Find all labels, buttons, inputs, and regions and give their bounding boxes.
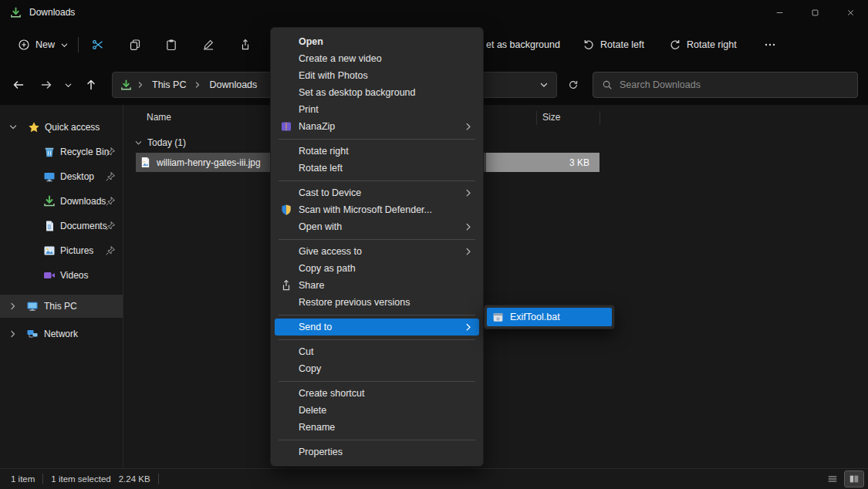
recycle-bin-icon	[43, 146, 56, 158]
tree-chevron-right-icon[interactable]	[8, 329, 18, 339]
menu-item-label: Create a new video	[299, 53, 382, 64]
set-as-background-button[interactable]: et as background	[486, 32, 560, 57]
column-header-size[interactable]: Size	[542, 112, 560, 123]
column-divider[interactable]	[599, 111, 600, 125]
menu-item-label: Rotate left	[299, 163, 343, 174]
column-divider[interactable]	[536, 111, 537, 125]
maximize-button[interactable]	[797, 0, 833, 25]
menu-separator	[279, 381, 475, 382]
menu-separator	[279, 180, 475, 181]
menu-item-create-a-new-video[interactable]: Create a new video	[275, 50, 479, 67]
menu-item-label: Copy	[299, 363, 321, 374]
submenu-chevron-icon	[464, 247, 473, 256]
search-input[interactable]	[620, 79, 849, 90]
sidebar-item-desktop[interactable]: Desktop	[0, 165, 123, 188]
sidebar-item-this-pc[interactable]: This PC	[0, 295, 123, 318]
rotate-left-icon	[583, 39, 595, 51]
sidebar-item-label: Quick access	[45, 122, 100, 133]
sidebar-item-label: Network	[44, 329, 78, 339]
more-options-button[interactable]	[755, 32, 785, 57]
list-view-button[interactable]	[823, 471, 842, 487]
selection-summary: 1 item selected	[51, 474, 110, 484]
menu-item-create-shortcut[interactable]: Create shortcut	[275, 385, 479, 402]
breadcrumb-downloads[interactable]: Downloads	[206, 79, 260, 90]
pin-icon	[105, 196, 116, 207]
new-button[interactable]: New	[11, 32, 76, 57]
breadcrumb-this-pc[interactable]: This PC	[149, 79, 189, 90]
menu-item-print[interactable]: Print	[275, 101, 479, 118]
menu-item-scan-with-microsoft-defender[interactable]: Scan with Microsoft Defender...	[275, 201, 479, 218]
menu-item-label: Create shortcut	[299, 388, 364, 399]
recent-locations-button[interactable]	[59, 73, 77, 97]
minimize-button[interactable]	[762, 0, 797, 25]
rotate-right-button[interactable]: Rotate right	[662, 32, 744, 57]
up-button[interactable]	[79, 73, 103, 97]
tree-chevron-down-icon[interactable]	[8, 123, 18, 132]
share-icon	[239, 39, 252, 51]
address-dropdown-icon[interactable]	[539, 80, 549, 89]
menu-item-label: ExifTool.bat	[510, 312, 560, 322]
sidebar-item-documents[interactable]: Documents	[0, 214, 123, 238]
sidebar-item-pictures[interactable]: Pictures	[0, 239, 123, 262]
menu-item-rotate-right[interactable]: Rotate right	[275, 143, 479, 160]
refresh-button[interactable]	[561, 73, 586, 97]
cut-button[interactable]	[83, 32, 113, 57]
menu-item-cut[interactable]: Cut	[275, 343, 479, 360]
sidebar-item-quick-access[interactable]: Quick access	[0, 116, 123, 139]
menu-item-share[interactable]: Share	[275, 277, 479, 294]
paste-button[interactable]	[156, 32, 187, 57]
forward-button[interactable]	[34, 73, 59, 97]
menu-item-properties[interactable]: Properties	[275, 443, 479, 460]
send-to-submenu: ExifTool.bat	[484, 305, 615, 329]
sidebar-item-downloads[interactable]: Downloads	[0, 190, 123, 213]
back-button[interactable]	[6, 73, 31, 97]
share-button[interactable]	[230, 32, 261, 57]
menu-item-label: Properties	[299, 447, 343, 457]
tree-chevron-right-icon[interactable]	[8, 302, 18, 311]
column-header-name[interactable]: Name	[147, 112, 171, 123]
menu-item-nanazip[interactable]: NanaZip	[275, 118, 479, 135]
menu-item-delete[interactable]: Delete	[275, 402, 479, 419]
pin-icon	[105, 171, 116, 182]
menu-item-open[interactable]: Open	[275, 33, 479, 50]
file-size-cell: 3 KB	[486, 153, 599, 172]
copy-button[interactable]	[120, 32, 150, 57]
menu-item-open-with[interactable]: Open with	[275, 218, 479, 235]
menu-item-rename[interactable]: Rename	[275, 419, 479, 436]
back-arrow-icon	[12, 79, 25, 91]
pin-icon	[105, 147, 116, 157]
menu-item-send-to[interactable]: Send to	[275, 319, 479, 336]
menu-item-restore-previous-versions[interactable]: Restore previous versions	[275, 294, 479, 311]
menu-item-set-as-desktop-background[interactable]: Set as desktop background	[275, 84, 479, 101]
file-row-william-henry-gates-iii-jpg[interactable]: william-henry-gates-iii.jpg3 KB	[123, 153, 868, 172]
menu-item-exiftool-bat[interactable]: ExifTool.bat	[487, 308, 612, 326]
menu-item-cast-to-device[interactable]: Cast to Device	[275, 184, 479, 201]
menu-item-copy-as-path[interactable]: Copy as path	[275, 260, 479, 277]
sidebar-item-network[interactable]: Network	[0, 322, 123, 346]
scissors-icon	[92, 39, 104, 51]
menu-item-label: Print	[299, 104, 319, 115]
menu-item-rotate-left[interactable]: Rotate left	[275, 160, 479, 177]
menu-item-label: Give access to	[299, 246, 362, 257]
menu-item-edit-with-photos[interactable]: Edit with Photos	[275, 67, 479, 84]
sidebar: Quick accessRecycle BinDesktopDownloadsD…	[0, 105, 123, 468]
large-icons-view-button[interactable]	[845, 471, 863, 487]
forward-arrow-icon	[40, 79, 52, 91]
menu-item-copy[interactable]: Copy	[275, 360, 479, 377]
documents-icon	[43, 220, 56, 232]
close-button[interactable]	[833, 0, 868, 25]
file-list: william-henry-gates-iii.jpg3 KB	[123, 153, 868, 172]
rename-button[interactable]	[193, 32, 224, 57]
downloads-icon	[43, 195, 56, 207]
toolbar-separator	[78, 37, 79, 52]
sidebar-item-videos[interactable]: Videos	[0, 264, 123, 287]
menu-separator	[279, 339, 475, 340]
menu-item-give-access-to[interactable]: Give access to	[275, 243, 479, 260]
rotate-left-button[interactable]: Rotate left	[576, 32, 651, 57]
statusbar-divider	[158, 474, 159, 484]
submenu-chevron-icon	[464, 188, 473, 197]
sidebar-item-recycle-bin[interactable]: Recycle Bin	[0, 140, 123, 164]
minimize-icon	[775, 8, 784, 17]
file-name: william-henry-gates-iii.jpg	[157, 157, 261, 168]
group-header-today[interactable]: Today (1)	[123, 134, 186, 151]
